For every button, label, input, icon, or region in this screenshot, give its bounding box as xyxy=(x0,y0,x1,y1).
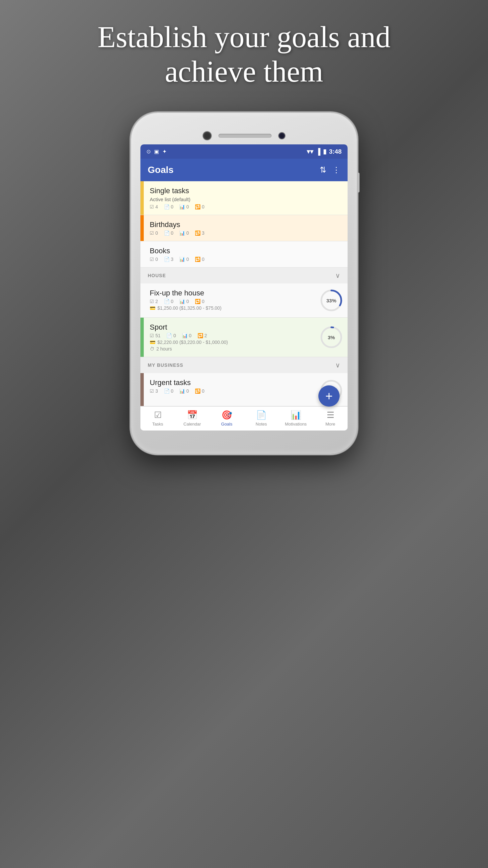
hero-line2: achieve them xyxy=(165,55,323,88)
add-icon: + xyxy=(325,389,333,403)
wifi-icon: ▾▾ xyxy=(307,148,313,155)
chevron-down-icon: ∨ xyxy=(335,361,340,369)
calendar-icon: 📅 xyxy=(187,410,197,420)
goal-item-sport[interactable]: Sport ☑ 51 📄 0 📊 0 🔁 2 💳 $2,220.00 ($3,2… xyxy=(141,318,347,357)
speaker xyxy=(218,134,272,138)
note-stat: 📄 0 xyxy=(164,389,174,394)
repeat-stat: 🔁 0 xyxy=(195,389,205,394)
phone-screen: ⊙ ▣ ✦ ▾▾ ▐ ▮ 3:48 Goals ⇅ ⋮ xyxy=(141,145,347,431)
chart-stat: 📊 0 xyxy=(182,333,191,338)
nav-label-more: More xyxy=(325,422,335,427)
section-label: HOUSE xyxy=(148,273,166,278)
tasks-icon: ☑ xyxy=(154,410,162,420)
app-title: Goals xyxy=(148,165,174,175)
color-bar-none xyxy=(141,283,144,317)
color-bar-brown xyxy=(141,373,144,406)
chart-stat: 📊 0 xyxy=(179,230,189,236)
goal-content: Urgent tasks ☑ 3 📄 0 📊 0 🔁 0 xyxy=(144,373,315,406)
repeat-stat: 🔁 2 xyxy=(197,333,207,338)
nav-label-goals: Goals xyxy=(221,422,233,427)
goal-item-urgent[interactable]: Urgent tasks ☑ 3 📄 0 📊 0 🔁 0 xyxy=(141,373,347,406)
task-stat: ☑ 51 xyxy=(150,333,160,338)
goal-stats: ☑ 3 📄 0 📊 0 🔁 0 xyxy=(150,389,309,394)
repeat-stat: 🔁 3 xyxy=(195,230,205,236)
nav-label-notes: Notes xyxy=(255,422,267,427)
goal-title: Fix-up the house xyxy=(150,289,309,298)
color-bar-yellow xyxy=(141,181,144,215)
note-stat: 📄 0 xyxy=(164,230,174,236)
nav-item-notes[interactable]: 📄 Notes xyxy=(244,410,278,427)
goal-subtitle: Active list (default) xyxy=(150,196,342,202)
notification-icon: ⊙ xyxy=(146,148,151,155)
chart-stat: 📊 0 xyxy=(179,299,189,304)
nav-item-more[interactable]: ☰ More xyxy=(313,410,347,427)
nav-item-calendar[interactable]: 📅 Calendar xyxy=(175,410,210,427)
progress-label: 3% xyxy=(320,326,343,349)
goal-content: Sport ☑ 51 📄 0 📊 0 🔁 2 💳 $2,220.00 ($3,2… xyxy=(144,318,315,357)
more-icon[interactable]: ⋮ xyxy=(332,165,340,175)
task-stat: ☑ 4 xyxy=(150,204,158,210)
sensor xyxy=(278,132,285,140)
sort-icon[interactable]: ⇅ xyxy=(320,165,326,175)
goal-content: Birthdays ☑ 0 📄 0 📊 0 🔁 3 xyxy=(144,215,347,241)
dollar-icon: 💳 xyxy=(150,305,155,311)
time-value: 2 hours xyxy=(156,346,172,351)
goal-item-birthdays[interactable]: Birthdays ☑ 0 📄 0 📊 0 🔁 3 xyxy=(141,215,347,241)
note-stat: 📄 0 xyxy=(166,333,176,338)
task-stat: ☑ 0 xyxy=(150,230,158,236)
task-stat: ☑ 3 xyxy=(150,389,158,394)
notes-icon: 📄 xyxy=(256,410,267,420)
goal-financial: 💳 $2,220.00 ($3,220.00 - $1,000.00) xyxy=(150,340,309,345)
phone-shell: ⊙ ▣ ✦ ▾▾ ▐ ▮ 3:48 Goals ⇅ ⋮ xyxy=(131,113,357,454)
note-stat: 📄 0 xyxy=(164,204,174,210)
financial-value: $2,220.00 ($3,220.00 - $1,000.00) xyxy=(157,340,228,345)
goal-title: Sport xyxy=(150,323,309,332)
hero-line1: Establish your goals and xyxy=(98,21,390,54)
chart-stat: 📊 0 xyxy=(179,389,189,394)
chart-stat: 📊 0 xyxy=(179,204,189,210)
status-left-icons: ⊙ ▣ ✦ xyxy=(146,148,166,155)
note-stat: 📄 3 xyxy=(164,256,174,262)
bottom-navigation: ☑ Tasks 📅 Calendar 🎯 Goals 📄 Notes 📊 xyxy=(141,406,347,431)
progress-wrap: 3% xyxy=(315,318,347,357)
app-bar-actions: ⇅ ⋮ xyxy=(320,165,340,175)
front-camera xyxy=(203,131,212,141)
status-bar: ⊙ ▣ ✦ ▾▾ ▐ ▮ 3:48 xyxy=(141,145,347,159)
section-header-business[interactable]: MY BUSINESS ∨ xyxy=(141,357,347,373)
goal-title: Books xyxy=(150,247,342,255)
repeat-stat: 🔁 0 xyxy=(195,256,205,262)
star-icon: ✦ xyxy=(162,148,166,155)
note-stat: 📄 0 xyxy=(164,299,174,304)
goal-stats: ☑ 2 📄 0 📊 0 🔁 0 xyxy=(150,299,309,304)
goal-time: ⏱ 2 hours xyxy=(150,346,309,351)
nav-item-tasks[interactable]: ☑ Tasks xyxy=(141,410,175,427)
goal-title: Single tasks xyxy=(150,187,342,195)
task-stat: ☑ 2 xyxy=(150,299,158,304)
repeat-stat: 🔁 0 xyxy=(195,204,205,210)
goal-financial: 💳 $1,250.00 ($1,325.00 - $75.00) xyxy=(150,305,309,311)
progress-wrap: 33% xyxy=(315,283,347,317)
color-bar-orange xyxy=(141,215,144,241)
chart-stat: 📊 0 xyxy=(179,256,189,262)
fab-add-button[interactable]: + xyxy=(318,385,340,407)
app-bar: Goals ⇅ ⋮ xyxy=(141,159,347,181)
nav-label-calendar: Calendar xyxy=(184,422,201,427)
section-header-house[interactable]: HOUSE ∨ xyxy=(141,268,347,283)
clock-icon: ⏱ xyxy=(150,346,154,351)
color-bar-green xyxy=(141,318,144,357)
repeat-stat: 🔁 0 xyxy=(195,299,205,304)
goal-item-fix-house[interactable]: Fix-up the house ☑ 2 📄 0 📊 0 🔁 0 💳 $1,25… xyxy=(141,283,347,318)
dollar-icon: 💳 xyxy=(150,340,155,345)
progress-circle-3: 3% xyxy=(320,326,343,349)
goal-stats: ☑ 0 📄 0 📊 0 🔁 3 xyxy=(150,230,342,236)
goal-item-books[interactable]: Books ☑ 0 📄 3 📊 0 🔁 0 xyxy=(141,241,347,268)
goals-icon: 🎯 xyxy=(221,410,232,420)
goal-title: Birthdays xyxy=(150,220,342,229)
progress-circle-33: 33% xyxy=(320,289,343,312)
goal-item-single-tasks[interactable]: Single tasks Active list (default) ☑ 4 📄… xyxy=(141,181,347,215)
nav-item-goals[interactable]: 🎯 Goals xyxy=(210,410,244,427)
nav-item-motivations[interactable]: 📊 Motivations xyxy=(278,410,313,427)
status-right-icons: ▾▾ ▐ ▮ 3:48 xyxy=(307,148,342,155)
content-area: Single tasks Active list (default) ☑ 4 📄… xyxy=(141,181,347,406)
chevron-down-icon: ∨ xyxy=(335,272,340,279)
